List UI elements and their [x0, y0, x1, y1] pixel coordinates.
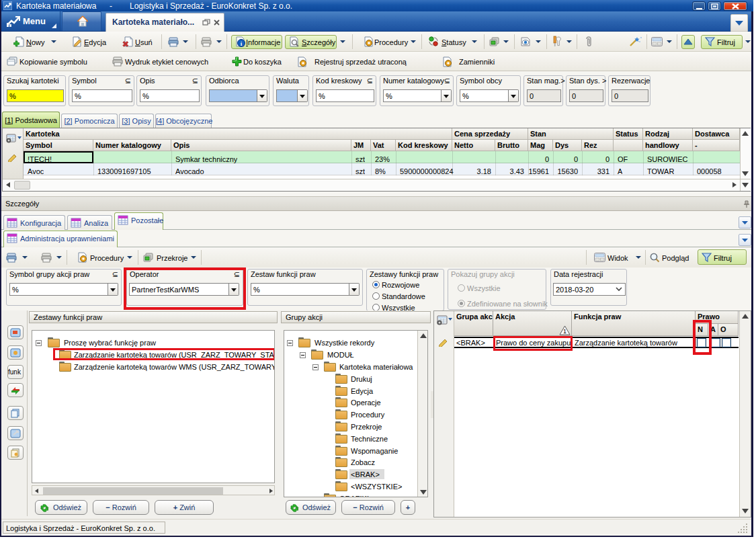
svg-text:1: 1	[563, 328, 566, 335]
